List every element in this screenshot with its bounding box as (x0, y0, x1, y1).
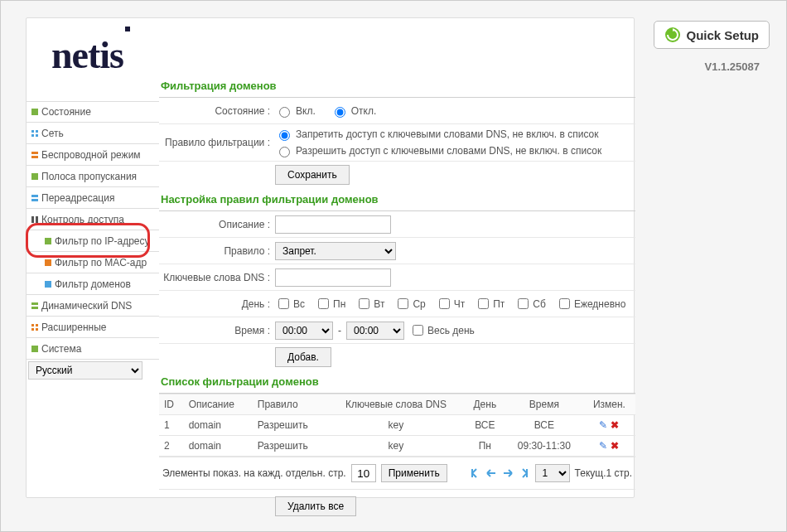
day-label: День : (159, 298, 275, 310)
svg-rect-8 (31, 195, 38, 197)
rule-deny-radio[interactable] (279, 130, 290, 141)
cur-page-text: Текущ.1 стр. (575, 467, 632, 479)
edit-icon[interactable]: ✎ (599, 440, 607, 452)
svg-rect-14 (45, 281, 51, 288)
refresh-icon (664, 27, 681, 43)
svg-rect-9 (31, 199, 38, 201)
section-title-config: Настройка правил фильтрации доменов (159, 188, 635, 211)
sidebar-item-network[interactable]: Сеть (27, 123, 159, 144)
th-desc: Описание (184, 394, 253, 415)
desc-input[interactable] (275, 215, 391, 234)
time-to-select[interactable]: 00:00 (346, 322, 404, 340)
state-off-radio[interactable] (335, 107, 345, 118)
svg-rect-7 (31, 173, 38, 180)
rule2-label: Правило : (159, 245, 275, 257)
domain-filter-table: ID Описание Правило Ключевые слова DNS Д… (159, 394, 635, 457)
rule-deny-label: Запретить доступ с ключевыми словами DNS… (296, 128, 599, 140)
sidebar-item-domain-filter[interactable]: Фильтр доменов (27, 273, 159, 295)
rule-allow-radio[interactable] (279, 147, 290, 157)
sidebar-item-wireless[interactable]: Беспроводной режим (27, 144, 159, 166)
edit-icon[interactable]: ✎ (599, 419, 607, 431)
version-text: V1.1.25087 (704, 60, 760, 73)
desc-label: Описание : (159, 219, 275, 230)
svg-rect-15 (31, 302, 38, 305)
svg-rect-11 (36, 216, 38, 223)
time-label: Время : (159, 325, 275, 336)
svg-rect-21 (31, 346, 38, 352)
svg-rect-16 (31, 307, 38, 309)
table-row: 2 domain Разрешить key Пн 09:30-11:30 ✎✖ (159, 436, 635, 457)
svg-rect-1 (31, 130, 34, 133)
section-title-list: Список фильтрации доменов (159, 370, 635, 394)
svg-rect-0 (31, 109, 38, 115)
pager-text: Элементы показ. на кажд. отдельн. стр. (162, 467, 346, 479)
delete-all-button[interactable]: Удалить все (275, 496, 356, 516)
pager-input[interactable] (351, 464, 376, 482)
day-mon-checkbox[interactable] (318, 298, 329, 309)
svg-rect-13 (45, 259, 51, 266)
sidebar-nav: Состояние Сеть Беспроводной режим Полоса… (27, 101, 159, 380)
day-tue-checkbox[interactable] (359, 298, 369, 309)
dnskw-label: Ключевые слова DNS : (159, 272, 275, 283)
section-title-filtering: Фильтрация доменов (159, 75, 635, 98)
sidebar-item-advanced[interactable]: Расширенные (27, 317, 159, 338)
day-fri-checkbox[interactable] (478, 298, 489, 309)
th-day: День (465, 394, 505, 415)
svg-rect-6 (31, 156, 38, 158)
svg-rect-3 (31, 134, 34, 137)
day-daily-checkbox[interactable] (559, 298, 570, 309)
first-page-icon[interactable] (469, 467, 480, 479)
state-off-label: Откл. (351, 105, 377, 117)
day-sun-checkbox[interactable] (278, 298, 289, 309)
rule-select[interactable]: Запрет. (275, 242, 396, 260)
sidebar-item-ddns[interactable]: Динамический DNS (27, 295, 159, 317)
th-rule: Правило (253, 394, 327, 415)
svg-rect-5 (31, 152, 38, 154)
state-on-radio[interactable] (279, 107, 290, 118)
save-button[interactable]: Сохранить (275, 165, 350, 185)
page-select[interactable]: 1 (535, 464, 570, 482)
rule-allow-label: Разрешить доступ с ключевыми словами DNS… (296, 145, 601, 157)
th-id: ID (159, 394, 184, 415)
state-on-label: Вкл. (296, 105, 316, 117)
svg-rect-4 (36, 134, 38, 137)
svg-rect-17 (31, 324, 34, 326)
th-time: Время (505, 394, 583, 415)
sidebar-item-bandwidth[interactable]: Полоса пропускания (27, 166, 159, 187)
apply-button[interactable]: Применить (381, 464, 447, 482)
delete-icon[interactable]: ✖ (611, 440, 619, 452)
day-sat-checkbox[interactable] (518, 298, 529, 309)
time-from-select[interactable]: 00:00 (275, 322, 333, 340)
filter-rule-label: Правило фильтрации : (159, 137, 275, 148)
quick-setup-button[interactable]: Quick Setup (654, 21, 770, 49)
svg-rect-12 (45, 238, 51, 244)
day-thu-checkbox[interactable] (439, 298, 450, 309)
dnskw-input[interactable] (275, 268, 391, 287)
svg-rect-2 (36, 130, 38, 133)
next-page-icon[interactable] (502, 467, 514, 479)
day-wed-checkbox[interactable] (398, 298, 408, 309)
add-button[interactable]: Добав. (275, 347, 331, 367)
time-sep: - (338, 325, 341, 336)
sidebar-item-mac-filter[interactable]: Фильтр по MAC-адр (27, 252, 159, 273)
all-day-checkbox[interactable] (413, 325, 423, 336)
sidebar-item-forwarding[interactable]: Переадресация (27, 187, 159, 209)
brand-logo: netis (51, 27, 130, 77)
svg-rect-19 (31, 328, 34, 331)
state-label: Состояние : (159, 105, 275, 117)
sidebar-item-status[interactable]: Состояние (27, 101, 159, 123)
last-page-icon[interactable] (519, 467, 530, 479)
th-mod: Измен. (583, 394, 635, 415)
svg-rect-18 (36, 324, 38, 326)
table-row: 1 domain Разрешить key ВСЕ ВСЕ ✎✖ (159, 415, 635, 436)
sidebar-item-ip-filter[interactable]: Фильтр по IP-адресу (27, 230, 159, 252)
sidebar-item-access-control[interactable]: Контроль доступа (27, 209, 159, 230)
delete-icon[interactable]: ✖ (611, 419, 619, 431)
prev-page-icon[interactable] (485, 467, 497, 479)
svg-rect-20 (36, 328, 38, 331)
language-select[interactable]: Русский (28, 361, 142, 380)
sidebar-item-system[interactable]: Система (27, 338, 159, 360)
svg-rect-10 (31, 216, 34, 223)
th-dns: Ключевые слова DNS (327, 394, 465, 415)
